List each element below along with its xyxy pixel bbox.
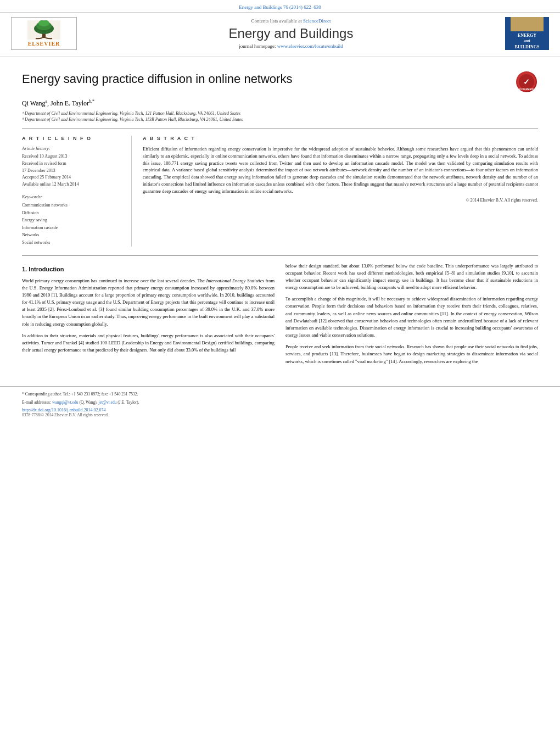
affiliation-a: ᵃ Department of Civil and Environmental … (22, 111, 538, 116)
journal-center: Contents lists available at ScienceDirec… (77, 18, 505, 49)
svg-text:CrossMark: CrossMark (519, 87, 534, 91)
crossmark-svg: ✓ CrossMark (517, 72, 536, 92)
citation-text: Energy and Buildings 76 (2014) 622–630 (239, 4, 321, 10)
received-revised-date: 17 December 2013 (22, 168, 122, 175)
journal-header: Energy and Buildings 76 (2014) 622–630 E… (0, 0, 560, 57)
intro-para-1: World primary energy consumption has con… (22, 277, 275, 328)
article-info-column: A R T I C L E I N F O Article history: R… (22, 136, 132, 247)
paper-title: Energy saving practice diffusion in onli… (22, 71, 505, 87)
body-divider (22, 255, 538, 256)
authors-line: Qi Wanga, John E. Taylorb,* (22, 99, 538, 108)
email2-link[interactable]: jet@vt.edu (98, 400, 116, 405)
abstract-column: A B S T R A C T Efficient diffusion of i… (143, 136, 538, 247)
intro-para-5: People receive and seek information from… (285, 343, 538, 365)
crossmark-icon: ✓ CrossMark (516, 71, 537, 92)
elsevier-label: ELSEVIER (28, 41, 60, 47)
keyword-3: Energy saving (22, 216, 122, 224)
keywords-label: Keywords: (22, 194, 122, 199)
intro-section-title: 1. Introduction (22, 265, 275, 274)
page-footer: * Corresponding author. Tel.: +1 540 231… (0, 386, 560, 422)
paper-title-section: Energy saving practice diffusion in onli… (22, 71, 538, 93)
author-a-super: a (45, 99, 47, 104)
energy-buildings-logo: ENERGY and BUILDINGS (505, 17, 549, 50)
issn-text: 0378-7788/© 2014 Elsevier B.V. All right… (22, 412, 538, 417)
intro-para-3: below their design standard, but about 1… (285, 263, 538, 292)
crossmark-badge: ✓ CrossMark (516, 71, 538, 93)
available-date: Available online 12 March 2014 (22, 181, 122, 188)
keyword-6: Social networks (22, 239, 122, 247)
svg-text:✓: ✓ (523, 77, 530, 86)
main-content: Energy saving practice diffusion in onli… (0, 57, 560, 381)
article-history-label: Article history: (22, 146, 122, 151)
keyword-2: Diffusion (22, 209, 122, 217)
keywords-section: Keywords: Communication networks Diffusi… (22, 194, 122, 247)
body-two-col: 1. Introduction World primary energy con… (22, 263, 538, 370)
intro-para-2: In addition to their structure, material… (22, 332, 275, 354)
article-info-label: A R T I C L E I N F O (22, 136, 122, 141)
contents-available: Contents lists available at ScienceDirec… (77, 18, 505, 24)
intro-para-4: To accomplish a change of this magnitude… (285, 295, 538, 339)
elsevier-logo: ELSEVIER (11, 17, 77, 50)
received-revised-label: Received in revised form (22, 160, 122, 168)
body-right-col: below their design standard, but about 1… (285, 263, 538, 370)
keyword-1: Communication networks (22, 202, 122, 209)
abstract-text: Efficient diffusion of information regar… (143, 146, 538, 194)
received-date: Received 10 August 2013 (22, 153, 122, 160)
keyword-4: Information cascade (22, 224, 122, 232)
elsevier-tree-icon (27, 20, 60, 40)
citation-bar: Energy and Buildings 76 (2014) 622–630 (0, 3, 560, 13)
email1-link[interactable]: wangqi@vt.edu (52, 400, 79, 405)
affiliation-b: ᵇ Department of Civil and Environmental … (22, 117, 538, 122)
doi-link[interactable]: http://dx.doi.org/10.1016/j.enbuild.2014… (22, 408, 538, 412)
journal-homepage-link[interactable]: www.elsevier.com/locate/enbuild (277, 43, 343, 49)
accepted-date: Accepted 25 February 2014 (22, 174, 122, 181)
body-left-col: 1. Introduction World primary energy con… (22, 263, 275, 370)
journal-name: Energy and Buildings (77, 26, 505, 41)
author-b-super: b,* (89, 99, 94, 104)
journal-logo-row: ELSEVIER Contents lists available at Sci… (0, 13, 560, 54)
article-info-abstract: A R T I C L E I N F O Article history: R… (22, 136, 538, 247)
header-divider (22, 129, 538, 129)
abstract-label: A B S T R A C T (143, 136, 538, 141)
keyword-5: Networks (22, 231, 122, 239)
eb-logo-image (511, 17, 544, 31)
corresponding-note: * Corresponding author. Tel.: +1 540 231… (22, 391, 538, 397)
journal-homepage: journal homepage: www.elsevier.com/locat… (77, 43, 505, 49)
sciencedirect-link[interactable]: ScienceDirect (303, 18, 331, 24)
email-note: E-mail addresses: wangqi@vt.edu (Q. Wang… (22, 399, 538, 405)
abstract-copyright: © 2014 Elsevier B.V. All rights reserved… (143, 198, 538, 203)
